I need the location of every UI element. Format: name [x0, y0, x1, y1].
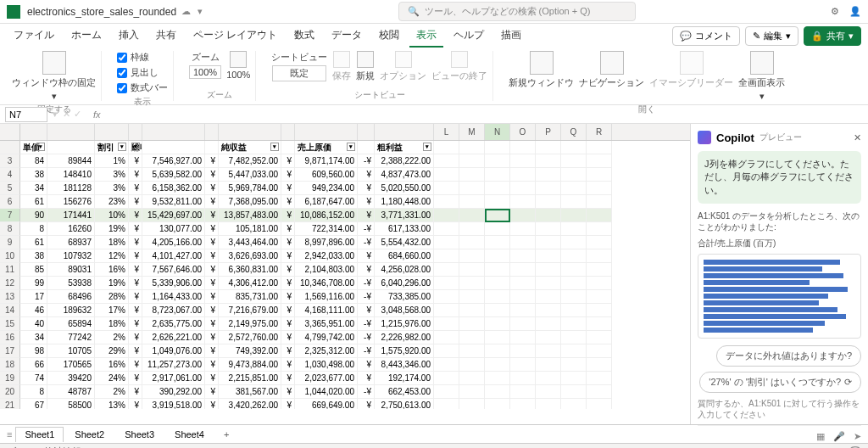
cell[interactable] — [510, 399, 536, 409]
account-icon[interactable]: 👤 — [849, 6, 861, 17]
cell[interactable]: 13% — [95, 399, 129, 409]
cell[interactable]: ¥ — [205, 372, 219, 385]
cell[interactable]: 733,385.00 — [375, 290, 434, 304]
cell[interactable] — [510, 344, 536, 358]
sheetview-button[interactable]: シートビュー既定 — [271, 51, 327, 81]
column-header[interactable] — [281, 124, 295, 140]
row-header[interactable]: 11 — [0, 263, 20, 277]
cell[interactable]: 19% — [95, 277, 129, 290]
field-header[interactable] — [358, 141, 375, 154]
cell[interactable] — [434, 236, 459, 249]
column-header[interactable] — [375, 124, 434, 140]
cell[interactable]: 2,023,677.00 — [295, 372, 358, 385]
cell[interactable] — [485, 182, 510, 195]
cell[interactable]: 16% — [95, 358, 129, 372]
formulabar-checkbox[interactable]: 数式バー — [117, 81, 168, 94]
cell[interactable] — [434, 209, 459, 222]
cell[interactable] — [536, 372, 561, 385]
cloud-sync-icon[interactable]: ☁ — [181, 6, 191, 17]
cell[interactable] — [510, 372, 536, 385]
cell[interactable]: ¥ — [129, 195, 142, 209]
cell[interactable]: 2,215,851.00 — [219, 372, 281, 385]
cell[interactable] — [587, 182, 612, 195]
cell[interactable] — [434, 277, 459, 290]
cell[interactable]: -¥ — [358, 277, 375, 290]
cell[interactable]: 3,420,262.00 — [219, 399, 281, 409]
row-header[interactable]: 10 — [0, 249, 20, 263]
cell[interactable] — [510, 331, 536, 344]
cell[interactable] — [459, 317, 485, 331]
cell[interactable]: 6,040,296.00 — [375, 277, 434, 290]
cell[interactable] — [536, 168, 561, 182]
cell[interactable]: ¥ — [205, 154, 219, 168]
filter-icon[interactable]: ▾ — [270, 143, 279, 151]
cell[interactable] — [587, 317, 612, 331]
cell[interactable] — [587, 399, 612, 409]
cell[interactable]: 16% — [95, 263, 129, 277]
cell[interactable] — [561, 290, 587, 304]
cell[interactable]: 19% — [95, 222, 129, 236]
cell[interactable] — [561, 236, 587, 249]
ribbon-tab-ホーム[interactable]: ホーム — [64, 25, 108, 48]
cell[interactable]: 65894 — [47, 317, 95, 331]
cell[interactable] — [434, 331, 459, 344]
mic-icon[interactable]: 🎤 — [833, 431, 845, 442]
row-header[interactable]: 3 — [0, 154, 20, 168]
cell[interactable]: 12% — [95, 249, 129, 263]
cell[interactable]: 949,234.00 — [295, 182, 358, 195]
refresh-icon[interactable]: ⟳ — [844, 377, 852, 388]
cell[interactable]: ¥ — [129, 317, 142, 331]
cell[interactable]: ¥ — [205, 358, 219, 372]
cell[interactable] — [587, 249, 612, 263]
cell[interactable] — [561, 358, 587, 372]
cell[interactable]: 61 — [20, 195, 47, 209]
cell[interactable] — [434, 195, 459, 209]
cell[interactable]: -¥ — [358, 222, 375, 236]
cell[interactable]: 4,306,412.00 — [219, 277, 281, 290]
cell[interactable] — [536, 277, 561, 290]
column-header[interactable] — [219, 124, 281, 140]
cell[interactable] — [434, 168, 459, 182]
cell[interactable] — [434, 290, 459, 304]
row-header[interactable]: 13 — [0, 290, 20, 304]
row-header[interactable]: 15 — [0, 317, 20, 331]
cell[interactable]: ¥ — [358, 358, 375, 372]
cell[interactable]: ¥ — [281, 385, 295, 399]
cell[interactable] — [561, 331, 587, 344]
cell[interactable]: 39420 — [47, 372, 95, 385]
cell[interactable]: 3,626,693.00 — [219, 249, 281, 263]
cell[interactable]: ¥ — [281, 399, 295, 409]
cell[interactable]: 148410 — [47, 168, 95, 182]
cell[interactable]: 74 — [20, 372, 47, 385]
cell[interactable] — [485, 344, 510, 358]
chart-preview[interactable] — [698, 254, 861, 339]
column-header[interactable]: Q — [561, 124, 587, 140]
cell[interactable] — [561, 372, 587, 385]
field-header[interactable] — [47, 141, 95, 154]
cell[interactable] — [561, 304, 587, 317]
cell[interactable] — [485, 168, 510, 182]
cell[interactable] — [536, 317, 561, 331]
cell[interactable] — [485, 209, 510, 222]
cell[interactable]: ¥ — [281, 317, 295, 331]
cell[interactable] — [434, 372, 459, 385]
cell[interactable]: 85 — [20, 263, 47, 277]
cell[interactable] — [485, 154, 510, 168]
cell[interactable]: 7,567,646.00 — [142, 263, 205, 277]
cell[interactable]: 29% — [95, 344, 129, 358]
cell[interactable]: ¥ — [205, 195, 219, 209]
cell[interactable]: 6,158,362.00 — [142, 182, 205, 195]
cell[interactable]: 189632 — [47, 304, 95, 317]
cell[interactable]: 38 — [20, 249, 47, 263]
cell[interactable]: 40 — [20, 317, 47, 331]
cell[interactable]: ¥ — [205, 290, 219, 304]
cell[interactable]: 1,030,498.00 — [295, 358, 358, 372]
freeze-panes-button[interactable]: ウィンドウ枠の固定▾ — [12, 51, 96, 102]
cell[interactable] — [459, 263, 485, 277]
cell[interactable]: 17 — [20, 290, 47, 304]
cell[interactable]: 28% — [95, 290, 129, 304]
cell[interactable] — [536, 331, 561, 344]
cell[interactable]: 90 — [20, 209, 47, 222]
cell[interactable]: 181128 — [47, 182, 95, 195]
cell[interactable] — [459, 372, 485, 385]
